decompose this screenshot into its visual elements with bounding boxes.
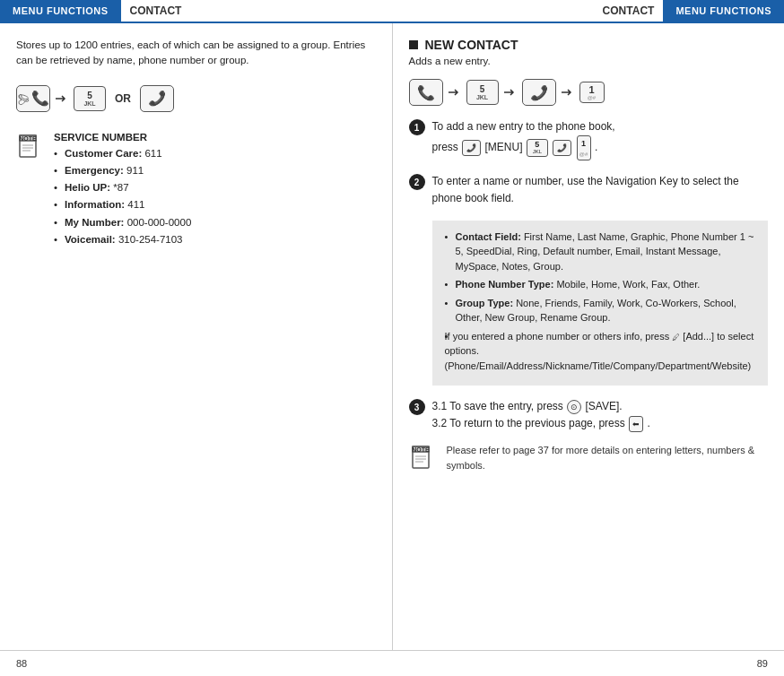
list-item: Helio UP: *87 [54,180,191,195]
button-sequence-right: 📞 5 JKL 📞 1 [409,79,769,106]
service-number-section: NOTE SERVICE NUMBER Customer Care: 611 E… [16,132,376,250]
bottom-note-icon: NOTE [409,445,438,473]
list-item: Emergency: 911 [54,163,191,178]
arrow-icon-r1 [449,88,461,97]
right-panel: NEW CONTACT Adds a new entry. 📞 5 JKL [393,23,785,650]
item-label: Emergency: [65,165,126,176]
info-item-contact-field: Contact Field: First Name, Last Name, Gr… [445,230,756,274]
item-value: 000-000-0000 [127,217,192,228]
add-btn-inline: 🖊 [672,333,680,342]
item-label: Customer Care: [65,148,144,159]
contact-label-left: CONTACT [121,0,191,22]
service-number-title: SERVICE NUMBER [54,132,191,143]
page-footer: 88 89 [0,650,784,676]
arrow-icon-r2 [504,88,517,97]
save-btn-circle: ⊙ [567,400,581,414]
phone-handset-btn-1: 📞 [16,85,50,112]
step-2-row: 2 To enter a name or number, use the Nav… [409,173,769,207]
info-box-list: Contact Field: First Name, Last Name, Gr… [445,230,756,374]
item-value: *87 [113,182,128,193]
step-2-text: To enter a name or number, use the Navig… [432,173,769,207]
phone-handset-btn-r2: 📞 [522,79,556,106]
list-item: Information: 411 [54,197,191,212]
page-number-left: 88 [16,658,27,669]
step-3-text: 3.1 To save the entry, press ⊙ [SAVE]. 3… [432,398,769,432]
step-1-circle: 1 [409,119,425,135]
phone-handset-btn-2: 📞 [140,85,174,112]
page-header: MENU FUNCTIONS CONTACT CONTACT MENU FUNC… [0,0,784,22]
phone-inline: 📞 [553,140,571,156]
item-value: 411 [127,199,144,210]
button-sequence-left: 📞 5 JKL OR 📞 [16,85,376,112]
list-item: Customer Care: 611 [54,146,191,161]
black-square-icon [409,40,418,49]
step-1-row: 1 To add a new entry to the phone book, … [409,118,769,160]
info-item-add: If you entered a phone number or others … [445,329,756,374]
svg-text:NOTE: NOTE [19,135,37,142]
new-contact-heading: NEW CONTACT [409,38,769,52]
handset-icon-1 [17,91,31,107]
header-left: MENU FUNCTIONS CONTACT [0,0,392,22]
left-panel: Stores up to 1200 entries, each of which… [0,23,393,650]
back-btn-inline: ⬅ [629,416,643,432]
key-5jkl-right: 5 JKL [466,80,499,105]
contact-label-right: CONTACT [594,0,664,22]
main-content: Stores up to 1200 entries, each of which… [0,23,784,650]
item-label: Helio UP: [65,182,113,193]
info-item-group-type: Group Type: None, Friends, Family, Work,… [445,296,756,325]
new-contact-title-text: NEW CONTACT [425,38,518,52]
menu-functions-tab-left: MENU FUNCTIONS [0,0,121,22]
list-item: My Number: 000-000-0000 [54,215,191,230]
item-value: 611 [144,148,161,159]
1-inline: 1 @# [577,135,591,160]
note-icon-svg: NOTE [16,134,45,162]
arrow-icon-1 [56,94,68,103]
or-label: OR [115,92,131,105]
item-value: 310-254-7103 [118,234,183,245]
adds-new-entry-text: Adds a new entry. [409,56,769,66]
item-value: 911 [126,165,144,176]
svg-text:NOTE: NOTE [412,446,430,453]
menu-button-inline: 📞 [462,140,481,156]
menu-functions-tab-right: MENU FUNCTIONS [663,0,784,22]
step-2-circle: 2 [409,174,425,190]
note-icon: NOTE [16,134,45,162]
key-1-right: 1 @# [579,82,605,103]
bottom-note-section: NOTE Please refer to page 37 for more de… [409,443,769,473]
list-item: Voicemail: 310-254-7103 [54,232,191,247]
item-label: Voicemail: [65,234,118,245]
bottom-note-icon-svg: NOTE [409,445,438,473]
item-label: Information: [65,199,127,210]
step-3-row: 3 3.1 To save the entry, press ⊙ [SAVE].… [409,398,769,432]
info-item-phone-number-type: Phone Number Type: Mobile, Home, Work, F… [445,277,756,292]
info-box: Contact Field: First Name, Last Name, Gr… [432,221,769,386]
intro-text: Stores up to 1200 entries, each of which… [16,38,376,69]
bottom-note-text: Please refer to page 37 for more details… [447,443,769,472]
header-right: CONTACT MENU FUNCTIONS [392,0,784,22]
step-1-text: To add a new entry to the phone book, pr… [432,118,769,160]
phone-handset-btn-r1: 📞 [409,79,443,106]
item-label: My Number: [65,217,127,228]
5jkl-inline: 5 JKL [527,139,548,157]
page-number-right: 89 [757,658,768,669]
service-number-content: SERVICE NUMBER Customer Care: 611 Emerge… [54,132,191,250]
arrow-icon-r3 [562,88,574,97]
step-3-circle: 3 [409,399,425,415]
key-5jkl-left: 5 JKL [74,86,106,111]
service-number-list: Customer Care: 611 Emergency: 911 Helio … [54,146,191,248]
